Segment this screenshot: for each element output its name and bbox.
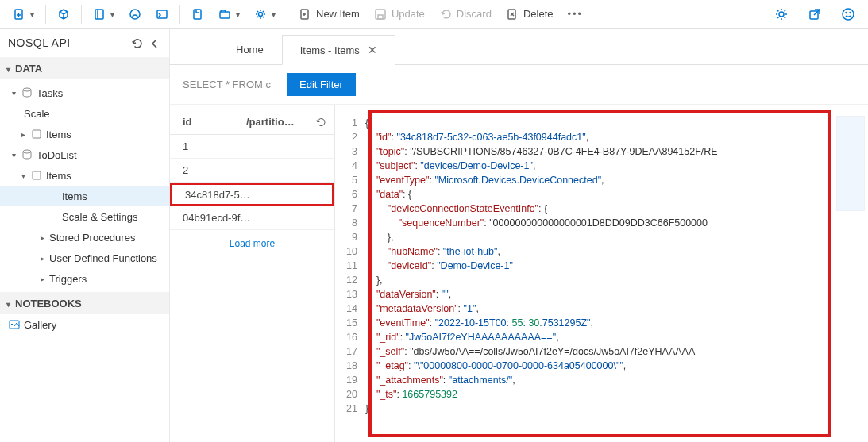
new-item-label: New Item	[316, 8, 360, 20]
filter-row: SELECT * FROM c Edit Filter	[170, 65, 868, 105]
tabs-row: Home Items - Items ✕	[170, 29, 868, 65]
delete-label: Delete	[523, 8, 554, 20]
folder-open-icon	[218, 8, 231, 21]
svg-rect-5	[220, 12, 230, 18]
chevron-right-icon	[38, 233, 46, 241]
notebook-button[interactable]	[87, 3, 121, 25]
cube-button[interactable]	[51, 3, 76, 25]
discard-button[interactable]: Discard	[433, 3, 498, 25]
tree-tasks-label: Tasks	[37, 87, 63, 99]
tree-tasks-items[interactable]: Items	[0, 124, 169, 144]
terminal-button[interactable]	[149, 3, 175, 25]
tree-sprocs[interactable]: Stored Procedures	[0, 227, 169, 248]
tree-tasks[interactable]: Tasks	[0, 83, 169, 103]
svg-point-11	[779, 12, 784, 17]
gear-icon	[774, 7, 789, 21]
delete-button[interactable]: Delete	[500, 3, 560, 25]
terminal-icon	[156, 8, 168, 21]
tree-tasks-items-label: Items	[46, 129, 71, 140]
content-area: Home Items - Items ✕ SELECT * FROM c Edi…	[170, 29, 868, 442]
document-new-icon	[299, 8, 311, 21]
highlight-box	[368, 110, 831, 437]
tree-todolist-label: ToDoList	[37, 149, 77, 161]
section-notebooks[interactable]: NOTEBOOKS	[0, 292, 169, 314]
chevron-right-icon	[19, 130, 27, 138]
section-data[interactable]: DATA	[0, 57, 169, 79]
item-list-header: id /partitio…	[170, 110, 334, 135]
tab-home-label: Home	[236, 44, 264, 56]
tree-triggers[interactable]: Triggers	[0, 268, 169, 289]
line-gutter: 123456789101112131415161718192021	[335, 116, 365, 416]
list-item[interactable]: 1	[170, 135, 334, 159]
more-button[interactable]: •••	[561, 3, 589, 25]
chevron-down-icon	[30, 8, 34, 20]
update-button[interactable]: Update	[368, 3, 431, 25]
external-link-icon	[808, 7, 822, 21]
tree-scale[interactable]: Scale	[0, 103, 169, 124]
chevron-right-icon	[38, 275, 46, 282]
container-icon	[30, 169, 43, 182]
edit-filter-button[interactable]: Edit Filter	[287, 73, 356, 96]
tree-udf[interactable]: User Defined Functions	[0, 248, 169, 268]
database-icon	[21, 86, 33, 99]
svg-rect-9	[378, 15, 383, 19]
list-item-label: 1	[183, 140, 188, 152]
settings-button[interactable]	[768, 3, 795, 25]
smile-icon	[841, 7, 855, 21]
tree-scale-settings[interactable]: Scale & Settings	[0, 206, 169, 227]
svg-rect-4	[194, 10, 201, 19]
tree-tdl-items-inner-label: Items	[62, 190, 87, 202]
svg-point-16	[23, 88, 31, 91]
load-more-button[interactable]: Load more	[170, 230, 334, 257]
svg-rect-1	[95, 10, 103, 19]
new-item-button[interactable]: New Item	[292, 3, 366, 25]
tab-items[interactable]: Items - Items ✕	[282, 35, 395, 65]
chevron-down-icon	[19, 171, 27, 179]
tree-gallery-label: Gallery	[24, 319, 56, 331]
svg-point-2	[130, 10, 140, 19]
collapse-icon[interactable]	[149, 37, 161, 49]
new-sql-query-button[interactable]	[6, 3, 41, 25]
item-list: id /partitio… 1 2 34c818d7-5… 04b91ecd-9…	[170, 105, 335, 442]
col-id[interactable]: id	[183, 116, 246, 128]
list-item[interactable]: 2	[170, 159, 334, 183]
settings-dropdown-button[interactable]	[248, 3, 282, 25]
tree-gallery[interactable]: Gallery	[0, 314, 169, 335]
chevron-down-icon	[6, 298, 10, 309]
section-notebooks-label: NOTEBOOKS	[15, 298, 82, 309]
gear-icon	[254, 8, 267, 21]
col-partition[interactable]: /partitio…	[246, 116, 315, 128]
refresh-icon[interactable]	[131, 37, 143, 49]
tree-tdl-items-label: Items	[46, 170, 71, 182]
list-item-selected[interactable]: 34c818d7-5…	[170, 183, 334, 206]
open-query-button[interactable]	[212, 3, 246, 25]
svg-rect-3	[157, 10, 167, 18]
save-query-button[interactable]	[185, 3, 210, 25]
chevron-down-icon	[110, 8, 114, 20]
list-item[interactable]: 04b91ecd-9f…	[170, 206, 334, 230]
tree-todolist[interactable]: ToDoList	[0, 144, 169, 165]
tab-items-label: Items - Items	[300, 44, 360, 56]
tab-home[interactable]: Home	[218, 34, 282, 64]
json-editor[interactable]: 123456789101112131415161718192021 { "id"…	[335, 105, 868, 442]
chevron-down-icon	[10, 151, 17, 159]
discard-label: Discard	[457, 8, 492, 20]
chevron-down-icon	[272, 8, 276, 20]
database-icon	[21, 148, 33, 161]
svg-point-6	[259, 12, 263, 16]
sidebar-title-row: NOSQL API	[0, 29, 169, 57]
tree-scale-label: Scale	[24, 108, 50, 120]
open-external-button[interactable]	[801, 3, 828, 25]
tree-tdl-items[interactable]: Items	[0, 165, 169, 186]
cube-icon	[57, 8, 70, 21]
svg-point-14	[846, 12, 847, 13]
document-plus-icon	[13, 8, 25, 21]
refresh-icon[interactable]	[315, 117, 326, 128]
close-icon[interactable]: ✕	[368, 44, 377, 56]
minimap[interactable]	[836, 116, 865, 211]
tree-tdl-items-inner[interactable]: Items	[0, 186, 169, 206]
top-toolbar: New Item Update Discard Delete •••	[0, 0, 868, 29]
feedback-button[interactable]	[835, 3, 862, 25]
github-button[interactable]	[122, 3, 148, 25]
chevron-down-icon	[6, 63, 10, 75]
